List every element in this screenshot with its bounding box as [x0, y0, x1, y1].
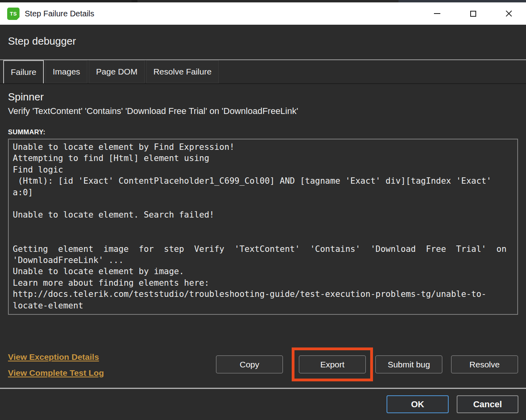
view-exception-details-link[interactable]: View Exception Details — [8, 352, 99, 362]
footer-bar: OK Cancel — [0, 389, 526, 420]
maximize-button[interactable] — [461, 2, 485, 25]
minimize-button[interactable] — [426, 2, 449, 25]
tab-failure[interactable]: Failure — [3, 60, 44, 83]
page-title: Step debugger — [8, 35, 76, 47]
tab-resolve-failure[interactable]: Resolve Failure — [146, 60, 219, 83]
view-complete-test-log-link[interactable]: View Complete Test Log — [8, 368, 104, 378]
tab-images[interactable]: Images — [45, 60, 87, 83]
window-titlebar: TS Step Failure Details — [0, 2, 526, 25]
app-icon-label: TS — [10, 11, 17, 17]
minimize-icon — [434, 13, 440, 14]
summary-textbox[interactable]: Unable to locate element by Find Express… — [8, 139, 518, 315]
export-button[interactable]: Export — [299, 355, 366, 373]
submit-bug-button[interactable]: Submit bug — [375, 355, 442, 373]
cancel-button[interactable]: Cancel — [457, 395, 518, 413]
ok-button[interactable]: OK — [387, 395, 449, 413]
tab-bar: Failure Images Page DOM Resolve Failure — [0, 60, 526, 83]
summary-text: Unable to locate element by Find Express… — [13, 141, 513, 311]
resolve-button[interactable]: Resolve — [451, 355, 518, 373]
window-controls — [426, 2, 526, 25]
export-highlight-annotation: Export — [292, 347, 373, 381]
action-buttons-row: Copy Export Submit bug Resolve — [216, 355, 518, 373]
step-description: Verify 'TextContent' 'Contains' 'Downloa… — [8, 106, 298, 116]
copy-button[interactable]: Copy — [216, 355, 283, 373]
teststudio-app-icon: TS — [7, 8, 20, 20]
step-name: Spinner — [8, 91, 44, 103]
window-title: Step Failure Details — [25, 2, 94, 25]
maximize-icon — [470, 11, 476, 17]
close-icon — [505, 10, 512, 17]
dialog-body: Step debugger Failure Images Page DOM Re… — [0, 25, 526, 420]
tab-page-dom[interactable]: Page DOM — [89, 60, 145, 83]
tabbar-divider — [0, 83, 526, 84]
step-failure-details-window: TS Step Failure Details Step debugger Fa… — [0, 0, 526, 420]
summary-label: SUMMARY: — [8, 128, 45, 136]
close-button[interactable] — [497, 2, 520, 25]
